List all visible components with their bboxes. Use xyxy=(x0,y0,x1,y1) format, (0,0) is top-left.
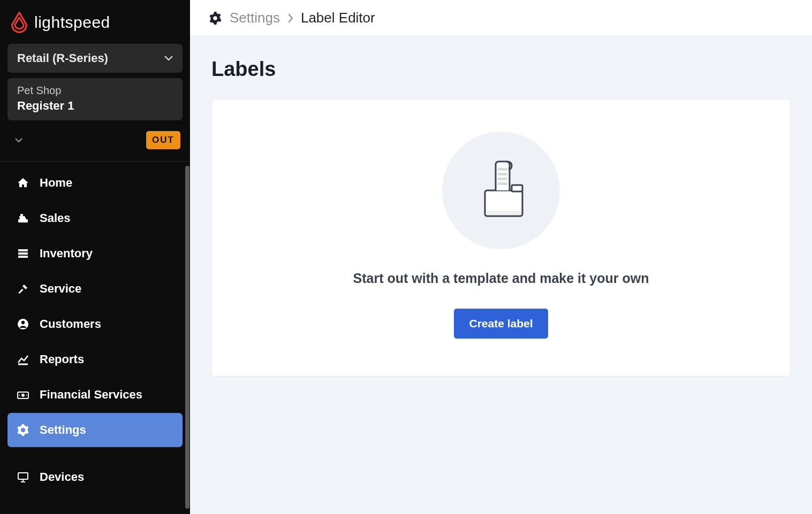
sidebar-item-service[interactable]: Service xyxy=(7,272,183,306)
register-name: Register 1 xyxy=(17,99,173,113)
cash-icon xyxy=(16,388,30,402)
gear-icon xyxy=(208,11,222,25)
svg-rect-14 xyxy=(486,211,521,215)
home-icon xyxy=(16,176,30,190)
nav-spacer xyxy=(7,448,183,459)
labels-empty-state-card: Start out with a template and make it yo… xyxy=(211,99,791,377)
svg-point-9 xyxy=(21,394,25,397)
boxes-icon xyxy=(16,247,30,260)
breadcrumb-parent[interactable]: Settings xyxy=(230,10,280,26)
page-title: Labels xyxy=(211,58,791,81)
sidebar-item-sales[interactable]: Sales xyxy=(7,201,183,235)
sidebar-item-label: Sales xyxy=(40,211,71,225)
shop-name: Pet Shop xyxy=(17,85,173,97)
svg-point-11 xyxy=(26,395,27,396)
brand-name: lightspeed xyxy=(34,13,110,32)
lightspeed-logo-icon xyxy=(11,12,28,33)
breadcrumb-bar: Settings Label Editor xyxy=(190,0,812,36)
svg-point-7 xyxy=(21,321,25,324)
sidebar-item-label: Financial Services xyxy=(40,388,142,402)
sidebar-item-label: Reports xyxy=(40,352,84,366)
sidebar-item-inventory[interactable]: Inventory xyxy=(7,236,183,271)
user-row: OUT xyxy=(10,131,180,149)
svg-point-10 xyxy=(19,395,20,396)
clock-out-badge[interactable]: OUT xyxy=(146,131,180,149)
svg-rect-5 xyxy=(18,289,23,294)
product-selector-label: Retail (R-Series) xyxy=(17,51,108,65)
page-content: Labels Start xyxy=(190,36,812,398)
svg-rect-12 xyxy=(18,473,28,479)
sidebar-scrollbar[interactable] xyxy=(185,166,189,509)
create-label-button[interactable]: Create label xyxy=(454,309,548,339)
sidebar-item-home[interactable]: Home xyxy=(7,166,183,200)
sidebar-item-reports[interactable]: Reports xyxy=(7,342,183,377)
svg-rect-1 xyxy=(20,214,23,216)
svg-rect-19 xyxy=(498,182,507,185)
chevron-right-icon xyxy=(287,13,293,23)
hammer-icon xyxy=(16,282,30,296)
user-circle-icon xyxy=(16,317,30,331)
sidebar-item-financial-services[interactable]: Financial Services xyxy=(7,378,183,412)
sidebar-item-label: Devices xyxy=(40,470,84,484)
product-selector[interactable]: Retail (R-Series) xyxy=(7,44,183,73)
cash-register-icon xyxy=(16,211,30,225)
sidebar: lightspeed Retail (R-Series) Pet Shop Re… xyxy=(0,0,190,514)
breadcrumb-current: Label Editor xyxy=(301,10,375,26)
svg-rect-0 xyxy=(18,219,28,223)
svg-rect-3 xyxy=(18,252,28,255)
sidebar-item-customers[interactable]: Customers xyxy=(7,307,183,341)
empty-state-message: Start out with a template and make it yo… xyxy=(353,271,649,286)
main-area: Settings Label Editor Labels xyxy=(190,0,812,514)
brand-header: lightspeed xyxy=(0,0,190,44)
chart-line-icon xyxy=(16,352,30,366)
sidebar-item-settings[interactable]: Settings xyxy=(7,413,183,447)
chevron-down-icon xyxy=(164,56,173,61)
monitor-icon xyxy=(16,470,30,484)
empty-state-illustration xyxy=(442,132,560,249)
svg-rect-16 xyxy=(498,168,507,171)
sidebar-item-label: Home xyxy=(40,176,72,190)
sidebar-item-label: Inventory xyxy=(40,247,93,260)
sidebar-item-devices[interactable]: Devices xyxy=(7,460,183,494)
sidebar-item-label: Service xyxy=(40,282,81,296)
register-selector[interactable]: Pet Shop Register 1 xyxy=(7,78,183,120)
svg-rect-18 xyxy=(498,178,507,180)
svg-rect-17 xyxy=(498,173,507,175)
gear-icon xyxy=(16,423,30,437)
sidebar-item-label: Settings xyxy=(40,423,86,437)
sidebar-nav: Home Sales Inventory Service Customers xyxy=(0,162,190,500)
svg-rect-15 xyxy=(512,185,522,191)
svg-rect-4 xyxy=(18,256,28,258)
user-menu-toggle[interactable] xyxy=(10,135,28,146)
sidebar-item-label: Customers xyxy=(40,317,101,331)
svg-rect-2 xyxy=(18,249,28,251)
